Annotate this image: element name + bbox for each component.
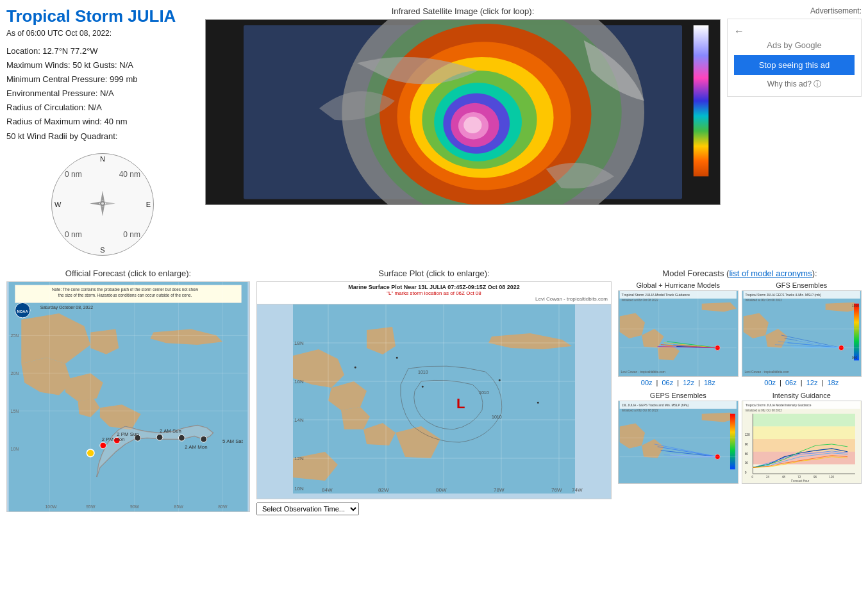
storm-info: Location: 12.7°N 77.2°W Maximum Winds: 5… bbox=[6, 44, 199, 144]
model-acronyms-link[interactable]: list of model acronyms bbox=[729, 269, 812, 278]
svg-text:85W: 85W bbox=[174, 504, 184, 509]
compass-nw-value: 0 nm bbox=[65, 170, 82, 179]
svg-text:84W: 84W bbox=[322, 487, 333, 493]
svg-text:L: L bbox=[456, 395, 465, 411]
svg-text:5 AM Sat: 5 AM Sat bbox=[222, 438, 244, 444]
ad-back-arrow[interactable]: ← bbox=[734, 26, 744, 37]
global-hurricane-svg: Tropical Storm JULIA Model Track Guidanc… bbox=[619, 291, 738, 376]
svg-text:980: 980 bbox=[852, 356, 857, 360]
svg-text:78W: 78W bbox=[494, 487, 505, 493]
svg-rect-134 bbox=[730, 413, 735, 469]
svg-text:96: 96 bbox=[813, 476, 816, 479]
gfs-time-links: 00z | 06z | 12z | 18z bbox=[742, 379, 862, 386]
surface-map-title: Marine Surface Plot Near 13L JULIA 07:45… bbox=[260, 284, 608, 290]
geps-svg: 13L JULIA - GEPS Tracks and Min. MSLP (h… bbox=[619, 401, 738, 483]
svg-point-47 bbox=[178, 435, 185, 441]
global-18z[interactable]: 18z bbox=[704, 379, 715, 386]
center-panel: Infrared Satellite Image (click for loop… bbox=[205, 6, 721, 256]
observation-time-select[interactable]: Select Observation Time... bbox=[256, 502, 359, 515]
gfs-ensembles-image[interactable]: Tropical Storm JULIA GEFS Tracks & Min. … bbox=[742, 290, 862, 377]
surface-subtitle: "L" marks storm location as of 06Z Oct 0… bbox=[260, 290, 608, 296]
svg-text:●: ● bbox=[498, 378, 501, 382]
main-top-row: Tropical Storm JULIA As of 06:00 UTC Oct… bbox=[0, 0, 868, 262]
svg-text:120: 120 bbox=[829, 476, 834, 479]
svg-text:20N: 20N bbox=[11, 371, 19, 376]
surface-title[interactable]: Surface Plot (click to enlarge): bbox=[256, 269, 612, 278]
global-00z[interactable]: 00z bbox=[641, 379, 653, 386]
svg-text:90W: 90W bbox=[130, 504, 140, 509]
storm-title: Tropical Storm JULIA bbox=[6, 6, 199, 26]
svg-text:●: ● bbox=[396, 355, 398, 360]
svg-text:1010: 1010 bbox=[479, 390, 489, 395]
storm-env-pressure: Environmental Pressure: N/A bbox=[6, 87, 199, 101]
compass-west-label: W bbox=[54, 201, 61, 208]
svg-text:NOAA: NOAA bbox=[17, 310, 29, 313]
gfs-ensembles-title: GFS Ensembles bbox=[742, 281, 862, 289]
gfs-18z[interactable]: 18z bbox=[827, 379, 839, 386]
svg-text:12N: 12N bbox=[294, 456, 304, 461]
why-this-ad[interactable]: Why this ad? ⓘ bbox=[734, 79, 855, 90]
svg-text:Tropical Storm JULIA Model Int: Tropical Storm JULIA Model Intensity Gui… bbox=[745, 404, 811, 407]
svg-text:0: 0 bbox=[744, 471, 746, 474]
svg-text:Initialized at 06z Oct 08 2022: Initialized at 06z Oct 08 2022 bbox=[622, 408, 659, 411]
storm-min-pressure: Minimum Central Pressure: 999 mb bbox=[6, 72, 199, 87]
intensity-title: Intensity Guidance bbox=[742, 392, 862, 399]
storm-location: Location: 12.7°N 77.2°W bbox=[6, 44, 199, 58]
global-hurricane-image[interactable]: Tropical Storm JULIA Model Track Guidanc… bbox=[618, 290, 739, 377]
global-time-links: 00z | 06z | 12z | 18z bbox=[618, 379, 739, 386]
gfs-06z[interactable]: 06z bbox=[785, 379, 797, 386]
svg-text:90: 90 bbox=[744, 443, 748, 446]
svg-text:80W: 80W bbox=[436, 487, 447, 493]
stop-seeing-ad-button[interactable]: Stop seeing this ad bbox=[734, 55, 855, 75]
svg-text:60: 60 bbox=[744, 452, 748, 455]
svg-text:Initialized at 06z Oct 08 2022: Initialized at 06z Oct 08 2022 bbox=[745, 408, 782, 411]
svg-text:1020: 1020 bbox=[852, 304, 859, 307]
svg-text:2 PM Mon: 2 PM Mon bbox=[102, 436, 125, 442]
compass-north-label: N bbox=[100, 155, 105, 163]
surface-map[interactable]: Marine Surface Plot Near 13L JULIA 07:45… bbox=[256, 281, 612, 499]
svg-point-18 bbox=[463, 117, 481, 133]
surface-map-svg: 18N 16N 14N 12N 10N 84W 82W 80W 78W 76W … bbox=[257, 304, 611, 494]
gfs-12z[interactable]: 12z bbox=[806, 379, 818, 386]
intensity-svg: Tropical Storm JULIA Model Intensity Gui… bbox=[742, 401, 862, 483]
svg-rect-117 bbox=[854, 303, 859, 360]
forecast-map-svg: Note: The cone contains the probable pat… bbox=[7, 282, 249, 511]
ad-box: ← Ads by Google Stop seeing this ad Why … bbox=[727, 19, 862, 97]
svg-text:●: ● bbox=[537, 400, 539, 404]
svg-text:●: ● bbox=[421, 384, 424, 388]
forecast-map[interactable]: Note: The cone contains the probable pat… bbox=[6, 281, 250, 512]
svg-text:13L JULIA - GEPS Tracks and Mi: 13L JULIA - GEPS Tracks and Min. MSLP (h… bbox=[622, 404, 689, 407]
forecast-title[interactable]: Official Forecast (click to enlarge): bbox=[6, 269, 250, 278]
svg-text:48: 48 bbox=[781, 476, 785, 479]
storm-wind-radii: 50 kt Wind Radii by Quadrant: bbox=[6, 129, 199, 144]
svg-text:76W: 76W bbox=[551, 487, 562, 493]
svg-point-46 bbox=[201, 436, 207, 442]
svg-text:Forecast Hour: Forecast Hour bbox=[791, 479, 810, 483]
geps-image[interactable]: 13L JULIA - GEPS Tracks and Min. MSLP (h… bbox=[618, 401, 739, 484]
intensity-image[interactable]: Tropical Storm JULIA Model Intensity Gui… bbox=[742, 401, 862, 484]
compass-container: N S W E 0 nm 40 nm 0 nm 0 nm bbox=[6, 153, 199, 256]
svg-marker-2 bbox=[90, 201, 101, 205]
compass-wrapper: N S W E 0 nm 40 nm 0 nm 0 nm bbox=[51, 153, 154, 256]
svg-text:30: 30 bbox=[744, 461, 748, 465]
global-06z[interactable]: 06z bbox=[662, 379, 674, 386]
satellite-title[interactable]: Infrared Satellite Image (click for loop… bbox=[205, 6, 721, 16]
surface-map-header: Marine Surface Plot Near 13L JULIA 07:45… bbox=[257, 282, 611, 304]
gfs-00z[interactable]: 00z bbox=[764, 379, 776, 386]
bottom-row: Official Forecast (click to enlarge): No… bbox=[0, 269, 868, 522]
gfs-svg: Tropical Storm JULIA GEFS Tracks & Min. … bbox=[742, 291, 862, 376]
svg-text:1010: 1010 bbox=[492, 415, 502, 419]
svg-text:80W: 80W bbox=[218, 504, 228, 509]
intensity-model: Intensity Guidance Tropical Storm JULIA … bbox=[742, 392, 862, 484]
satellite-image[interactable]: GOES-16 Channel 13 (IR) Brightness Tempe… bbox=[205, 19, 721, 205]
svg-text:Tropical Storm JULIA GEFS Trac: Tropical Storm JULIA GEFS Tracks & Min. … bbox=[745, 294, 821, 297]
forecast-section: Official Forecast (click to enlarge): No… bbox=[6, 269, 250, 515]
surface-select-bar: Select Observation Time... bbox=[256, 502, 612, 515]
global-hurricane-model: Global + Hurricane Models Tropical Storm… bbox=[618, 281, 739, 388]
svg-text:24: 24 bbox=[766, 476, 769, 479]
ad-title: Advertisement: bbox=[727, 6, 862, 15]
compass-rose-icon bbox=[87, 187, 119, 221]
compass-south-label: S bbox=[100, 246, 104, 254]
global-12z[interactable]: 12z bbox=[683, 379, 694, 386]
svg-text:120: 120 bbox=[744, 433, 749, 436]
